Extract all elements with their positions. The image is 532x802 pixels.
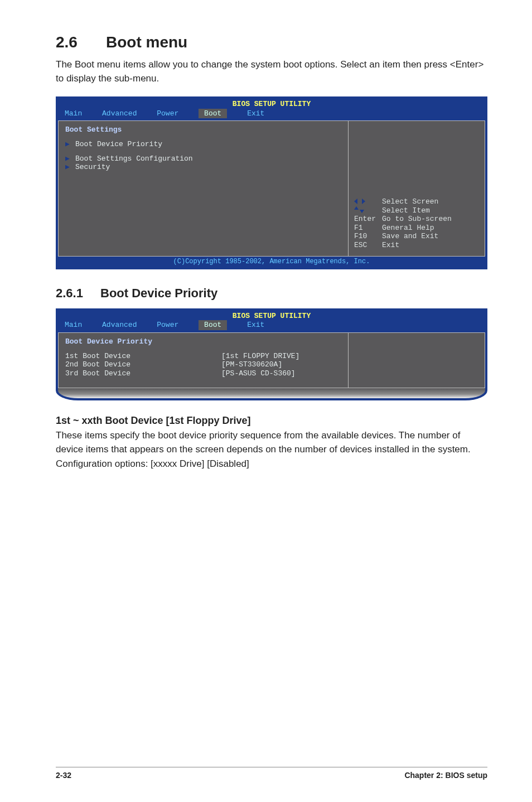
bios-heading: Boot Settings [65, 125, 341, 134]
help-f1-action: General Help [382, 224, 434, 232]
tab-power: Power [157, 109, 178, 118]
tab-advanced: Advanced [102, 109, 137, 118]
svg-marker-1 [362, 199, 365, 204]
subsub-text-2: Configuration options: [xxxxx Drive] [Di… [56, 457, 487, 471]
bios-row-1st: 1st Boot Device[1st FLOPPY DRIVE] [65, 352, 341, 361]
tab-main: Main [65, 321, 82, 330]
submenu-icon: ▶ [65, 163, 75, 172]
bios-tabs: Main Advanced Power Boot Exit [58, 109, 485, 121]
tab-boot: Boot [199, 320, 227, 330]
section-number: 2.6 [56, 33, 106, 51]
svg-marker-3 [360, 210, 364, 213]
footer-page: 2-32 [56, 771, 71, 780]
tab-power: Power [157, 321, 178, 330]
tab-advanced: Advanced [102, 321, 137, 330]
submenu-icon: ▶ [65, 140, 75, 149]
tab-main: Main [65, 109, 82, 118]
bios-help-panel: Select Screen Select Item EnterGo to Sub… [348, 120, 485, 257]
svg-marker-2 [354, 206, 359, 210]
bios-item-boot-settings-config: ▶Boot Settings Configuration [65, 154, 341, 163]
tab-exit: Exit [247, 321, 264, 330]
bios-row-2nd: 2nd Boot Device[PM-ST330620A] [65, 360, 341, 369]
bios-item-boot-device-priority: ▶Boot Device Priority [65, 140, 341, 149]
subsection-number: 2.6.1 [56, 286, 100, 301]
bios-title: BIOS SETUP UTILITY [58, 99, 485, 109]
help-esc-action: Exit [382, 241, 399, 249]
help-f10-action: Save and Exit [382, 232, 438, 240]
bios-left-panel: Boot Device Priority 1st Boot Device[1st… [58, 332, 348, 388]
tab-exit: Exit [247, 109, 264, 118]
svg-marker-0 [354, 199, 357, 204]
help-enter-action: Go to Sub-screen [382, 215, 452, 223]
bios-row-key: 2nd Boot Device [65, 360, 221, 369]
bios-item-label: Security [75, 163, 110, 171]
footer-chapter: Chapter 2: BIOS setup [404, 771, 487, 780]
help-select-screen: Select Screen [382, 197, 438, 206]
help-key-enter: Enter [354, 215, 382, 224]
bios-title: BIOS SETUP UTILITY [58, 311, 485, 321]
help-key-f10: F10 [354, 232, 382, 241]
subsection-title: 2.6.1Boot Device Priority [56, 286, 487, 301]
bios-row-value: [PM-ST330620A] [221, 360, 282, 369]
bios-item-security: ▶Security [65, 163, 341, 172]
bios-row-value: [1st FLOPPY DRIVE] [221, 352, 299, 361]
bios-help-panel [348, 332, 485, 388]
bios-heading: Boot Device Priority [65, 337, 341, 346]
tab-boot: Boot [199, 109, 227, 119]
bios-left-panel: Boot Settings ▶Boot Device Priority ▶Boo… [58, 120, 348, 257]
bios-item-label: Boot Settings Configuration [75, 154, 193, 163]
bios-row-key: 3rd Boot Device [65, 369, 221, 378]
bios-row-value: [PS-ASUS CD-S360] [221, 369, 296, 378]
subsub-title: 1st ~ xxth Boot Device [1st Floppy Drive… [56, 415, 487, 427]
section-intro: The Boot menu items allow you to change … [56, 58, 487, 85]
page-curl [58, 388, 485, 398]
bios-setup-boot-device-priority: BIOS SETUP UTILITY Main Advanced Power B… [56, 308, 487, 400]
help-key-f1: F1 [354, 224, 382, 233]
subsub-text-1: These items specify the boot device prio… [56, 429, 487, 456]
help-key-esc: ESC [354, 241, 382, 250]
bios-item-label: Boot Device Priority [75, 140, 162, 148]
page-footer: 2-32 Chapter 2: BIOS setup [56, 767, 487, 780]
section-title-text: Boot menu [106, 33, 187, 51]
subsection-title-text: Boot Device Priority [100, 286, 217, 300]
submenu-icon: ▶ [65, 154, 75, 163]
bios-copyright: (C)Copyright 1985-2002, American Megatre… [58, 257, 485, 267]
bios-tabs: Main Advanced Power Boot Exit [58, 320, 485, 332]
arrows-lr-icon [354, 197, 382, 206]
help-select-item: Select Item [382, 206, 430, 215]
bios-row-3rd: 3rd Boot Device[PS-ASUS CD-S360] [65, 369, 341, 378]
section-title: 2.6Boot menu [56, 33, 487, 51]
bios-row-key: 1st Boot Device [65, 352, 221, 361]
bios-setup-boot-settings: BIOS SETUP UTILITY Main Advanced Power B… [56, 96, 487, 269]
arrows-ud-icon [354, 206, 382, 215]
